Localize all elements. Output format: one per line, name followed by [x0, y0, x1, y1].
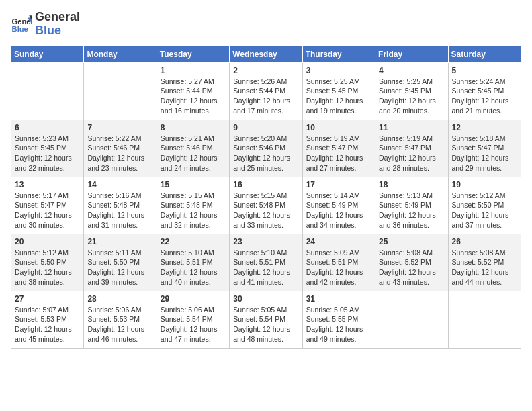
day-info: Sunrise: 5:17 AM Sunset: 5:47 PM Dayligh… [15, 191, 80, 230]
svg-text:Blue: Blue [12, 25, 28, 33]
calendar-cell: 29Sunrise: 5:06 AM Sunset: 5:54 PM Dayli… [157, 291, 229, 348]
day-info: Sunrise: 5:25 AM Sunset: 5:45 PM Dayligh… [306, 77, 371, 116]
day-info: Sunrise: 5:16 AM Sunset: 5:48 PM Dayligh… [87, 191, 152, 230]
day-info: Sunrise: 5:15 AM Sunset: 5:48 PM Dayligh… [161, 191, 226, 230]
day-number: 29 [161, 294, 226, 304]
logo-text-blue: Blue [35, 24, 80, 38]
day-info: Sunrise: 5:19 AM Sunset: 5:47 PM Dayligh… [379, 134, 444, 173]
calendar-cell: 20Sunrise: 5:12 AM Sunset: 5:50 PM Dayli… [11, 234, 84, 291]
calendar-cell: 18Sunrise: 5:13 AM Sunset: 5:49 PM Dayli… [375, 177, 448, 234]
calendar-cell [375, 291, 448, 348]
day-number: 17 [306, 180, 371, 189]
day-number: 12 [452, 123, 517, 132]
calendar-cell: 4Sunrise: 5:25 AM Sunset: 5:45 PM Daylig… [375, 62, 448, 120]
day-info: Sunrise: 5:27 AM Sunset: 5:44 PM Dayligh… [161, 77, 226, 116]
day-number: 1 [161, 66, 226, 75]
day-of-week-header: Tuesday [157, 46, 229, 62]
calendar-header-row: SundayMondayTuesdayWednesdayThursdayFrid… [11, 46, 521, 62]
day-number: 4 [379, 66, 444, 75]
day-number: 2 [233, 66, 298, 75]
calendar-cell: 1Sunrise: 5:27 AM Sunset: 5:44 PM Daylig… [157, 62, 229, 120]
day-number: 16 [233, 180, 298, 189]
day-number: 18 [379, 180, 444, 189]
day-info: Sunrise: 5:18 AM Sunset: 5:47 PM Dayligh… [452, 134, 517, 173]
day-number: 15 [161, 180, 226, 189]
calendar-cell: 25Sunrise: 5:08 AM Sunset: 5:52 PM Dayli… [375, 234, 448, 291]
day-number: 5 [452, 66, 517, 75]
day-info: Sunrise: 5:06 AM Sunset: 5:54 PM Dayligh… [161, 305, 226, 345]
day-info: Sunrise: 5:05 AM Sunset: 5:55 PM Dayligh… [306, 305, 371, 345]
calendar-cell: 17Sunrise: 5:14 AM Sunset: 5:49 PM Dayli… [302, 177, 375, 234]
day-of-week-header: Saturday [448, 46, 521, 62]
day-number: 8 [161, 123, 226, 132]
calendar-week-row: 20Sunrise: 5:12 AM Sunset: 5:50 PM Dayli… [11, 234, 521, 291]
calendar-cell: 7Sunrise: 5:22 AM Sunset: 5:46 PM Daylig… [84, 120, 157, 177]
day-number: 13 [15, 180, 80, 189]
calendar-cell: 9Sunrise: 5:20 AM Sunset: 5:46 PM Daylig… [230, 120, 302, 177]
day-number: 23 [233, 237, 298, 246]
day-number: 26 [452, 237, 517, 246]
calendar-week-row: 1Sunrise: 5:27 AM Sunset: 5:44 PM Daylig… [11, 62, 521, 120]
day-info: Sunrise: 5:07 AM Sunset: 5:53 PM Dayligh… [15, 305, 80, 345]
calendar-cell: 31Sunrise: 5:05 AM Sunset: 5:55 PM Dayli… [302, 291, 375, 348]
day-number: 19 [452, 180, 517, 189]
day-number: 21 [87, 237, 152, 246]
day-info: Sunrise: 5:10 AM Sunset: 5:51 PM Dayligh… [233, 248, 298, 287]
calendar-cell: 8Sunrise: 5:21 AM Sunset: 5:46 PM Daylig… [157, 120, 229, 177]
day-info: Sunrise: 5:11 AM Sunset: 5:50 PM Dayligh… [87, 248, 152, 287]
page-header: General Blue General Blue [11, 11, 521, 38]
calendar-week-row: 13Sunrise: 5:17 AM Sunset: 5:47 PM Dayli… [11, 177, 521, 234]
day-info: Sunrise: 5:20 AM Sunset: 5:46 PM Dayligh… [233, 134, 298, 173]
day-info: Sunrise: 5:12 AM Sunset: 5:50 PM Dayligh… [452, 191, 517, 230]
calendar-cell: 10Sunrise: 5:19 AM Sunset: 5:47 PM Dayli… [302, 120, 375, 177]
calendar-week-row: 27Sunrise: 5:07 AM Sunset: 5:53 PM Dayli… [11, 291, 521, 348]
calendar-cell: 2Sunrise: 5:26 AM Sunset: 5:44 PM Daylig… [230, 62, 302, 120]
calendar-cell: 24Sunrise: 5:09 AM Sunset: 5:51 PM Dayli… [302, 234, 375, 291]
calendar-cell: 22Sunrise: 5:10 AM Sunset: 5:51 PM Dayli… [157, 234, 229, 291]
day-number: 24 [306, 237, 371, 246]
logo-icon: General Blue [11, 13, 32, 35]
calendar-cell: 12Sunrise: 5:18 AM Sunset: 5:47 PM Dayli… [448, 120, 521, 177]
day-number: 9 [233, 123, 298, 132]
day-info: Sunrise: 5:14 AM Sunset: 5:49 PM Dayligh… [306, 191, 371, 230]
calendar-cell: 28Sunrise: 5:06 AM Sunset: 5:53 PM Dayli… [84, 291, 157, 348]
day-number: 7 [87, 123, 152, 132]
logo-text-general: General [35, 11, 80, 24]
calendar-week-row: 6Sunrise: 5:23 AM Sunset: 5:45 PM Daylig… [11, 120, 521, 177]
day-info: Sunrise: 5:08 AM Sunset: 5:52 PM Dayligh… [379, 248, 444, 287]
day-info: Sunrise: 5:23 AM Sunset: 5:45 PM Dayligh… [15, 134, 80, 173]
calendar-cell [448, 291, 521, 348]
calendar-cell: 23Sunrise: 5:10 AM Sunset: 5:51 PM Dayli… [230, 234, 302, 291]
day-info: Sunrise: 5:22 AM Sunset: 5:46 PM Dayligh… [87, 134, 152, 173]
calendar-cell: 21Sunrise: 5:11 AM Sunset: 5:50 PM Dayli… [84, 234, 157, 291]
day-info: Sunrise: 5:24 AM Sunset: 5:45 PM Dayligh… [452, 77, 517, 116]
day-number: 3 [306, 66, 371, 75]
calendar-cell [84, 62, 157, 120]
calendar-cell [11, 62, 84, 120]
day-info: Sunrise: 5:12 AM Sunset: 5:50 PM Dayligh… [15, 248, 80, 287]
day-info: Sunrise: 5:05 AM Sunset: 5:54 PM Dayligh… [233, 305, 298, 345]
day-number: 14 [87, 180, 152, 189]
day-info: Sunrise: 5:10 AM Sunset: 5:51 PM Dayligh… [161, 248, 226, 287]
calendar-cell: 19Sunrise: 5:12 AM Sunset: 5:50 PM Dayli… [448, 177, 521, 234]
day-info: Sunrise: 5:25 AM Sunset: 5:45 PM Dayligh… [379, 77, 444, 116]
calendar-cell: 13Sunrise: 5:17 AM Sunset: 5:47 PM Dayli… [11, 177, 84, 234]
day-of-week-header: Thursday [302, 46, 375, 62]
day-number: 6 [15, 123, 80, 132]
day-info: Sunrise: 5:19 AM Sunset: 5:47 PM Dayligh… [306, 134, 371, 173]
calendar-cell: 5Sunrise: 5:24 AM Sunset: 5:45 PM Daylig… [448, 62, 521, 120]
calendar-cell: 14Sunrise: 5:16 AM Sunset: 5:48 PM Dayli… [84, 177, 157, 234]
calendar-cell: 26Sunrise: 5:08 AM Sunset: 5:52 PM Dayli… [448, 234, 521, 291]
day-info: Sunrise: 5:21 AM Sunset: 5:46 PM Dayligh… [161, 134, 226, 173]
day-number: 27 [15, 294, 80, 304]
day-number: 30 [233, 294, 298, 304]
day-number: 20 [15, 237, 80, 246]
day-number: 10 [306, 123, 371, 132]
day-info: Sunrise: 5:13 AM Sunset: 5:49 PM Dayligh… [379, 191, 444, 230]
day-of-week-header: Friday [375, 46, 448, 62]
day-info: Sunrise: 5:15 AM Sunset: 5:48 PM Dayligh… [233, 191, 298, 230]
calendar-cell: 16Sunrise: 5:15 AM Sunset: 5:48 PM Dayli… [230, 177, 302, 234]
day-info: Sunrise: 5:09 AM Sunset: 5:51 PM Dayligh… [306, 248, 371, 287]
day-info: Sunrise: 5:26 AM Sunset: 5:44 PM Dayligh… [233, 77, 298, 116]
calendar-cell: 30Sunrise: 5:05 AM Sunset: 5:54 PM Dayli… [230, 291, 302, 348]
